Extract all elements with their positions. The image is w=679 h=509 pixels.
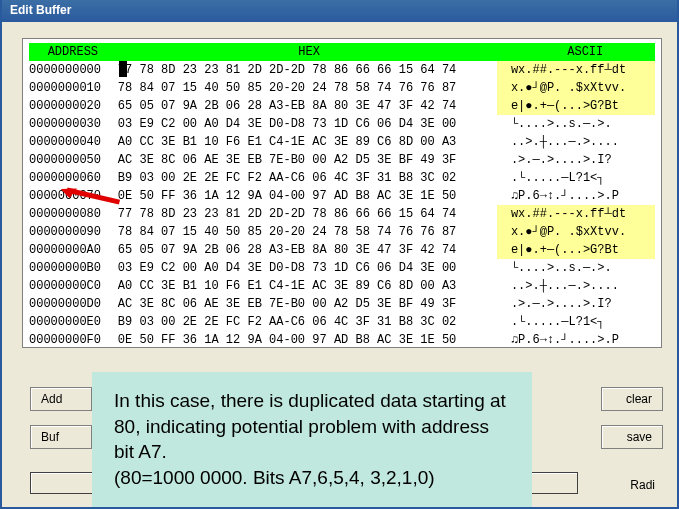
ascii-cell: ..>.┼...─.>....	[497, 277, 655, 295]
save-button[interactable]: save	[601, 425, 663, 449]
hex-row[interactable]: 00000000C0A0 CC 3E B1 10 F6 E1 C4-1E AC …	[29, 277, 655, 295]
ascii-cell: .└.....─L?1<┐	[497, 313, 655, 331]
text-cursor	[119, 61, 127, 77]
address-cell: 00000000C0	[29, 277, 118, 295]
edit-buffer-window: Edit Buffer ADDRESS HEX ASCII 0000000000…	[0, 0, 679, 509]
hex-cell[interactable]: 65 05 07 9A 2B 06 28 A3-EB 8A 80 3E 47 3…	[118, 97, 497, 115]
hex-row[interactable]: 00000000A065 05 07 9A 2B 06 28 A3-EB 8A …	[29, 241, 655, 259]
hex-cell[interactable]: A0 CC 3E B1 10 F6 E1 C4-1E AC 3E 89 C6 8…	[118, 133, 497, 151]
hex-row[interactable]: 00000000E0B9 03 00 2E 2E FC F2 AA-C6 06 …	[29, 313, 655, 331]
hex-row[interactable]: 00000000F00E 50 FF 36 1A 12 9A 04-00 97 …	[29, 331, 655, 349]
add-button[interactable]: Add	[30, 387, 92, 411]
ascii-cell: .>.─.>....>.I?	[497, 151, 655, 169]
ascii-cell: └....>..s.─.>.	[497, 259, 655, 277]
hex-editor[interactable]: ADDRESS HEX ASCII 000000000077 78 8D 23 …	[22, 38, 662, 348]
hex-cell[interactable]: AC 3E 8C 06 AE 3E EB 7E-B0 00 A2 D5 3E B…	[118, 151, 497, 169]
address-cell: 0000000080	[29, 205, 118, 223]
hex-cell[interactable]: 78 84 07 15 40 50 85 20-20 24 78 58 74 7…	[118, 79, 497, 97]
hex-row[interactable]: 000000009078 84 07 15 40 50 85 20-20 24 …	[29, 223, 655, 241]
hex-cell[interactable]: 77 78 8D 23 23 81 2D 2D-2D 78 86 66 66 1…	[118, 205, 497, 223]
hex-row[interactable]: 000000008077 78 8D 23 23 81 2D 2D-2D 78 …	[29, 205, 655, 223]
ascii-cell: ..>.┼...─.>....	[497, 133, 655, 151]
address-cell: 0000000040	[29, 133, 118, 151]
radix-label: Radi	[630, 478, 655, 492]
right-buttons: clear save	[601, 387, 663, 449]
header-row: ADDRESS HEX ASCII	[29, 43, 655, 61]
address-cell: 0000000070	[29, 187, 118, 205]
hex-cell[interactable]: 77 78 8D 23 23 81 2D 2D-2D 78 86 66 66 1…	[118, 61, 497, 79]
hex-cell[interactable]: 03 E9 C2 00 A0 D4 3E D0-D8 73 1D C6 06 D…	[118, 259, 497, 277]
address-cell: 0000000090	[29, 223, 118, 241]
hex-row[interactable]: 000000003003 E9 C2 00 A0 D4 3E D0-D8 73 …	[29, 115, 655, 133]
address-cell: 00000000B0	[29, 259, 118, 277]
address-cell: 00000000F0	[29, 331, 118, 349]
ascii-cell: └....>..s.─.>.	[497, 115, 655, 133]
hex-cell[interactable]: 0E 50 FF 36 1A 12 9A 04-00 97 AD B8 AC 3…	[118, 331, 497, 349]
client-area: ADDRESS HEX ASCII 000000000077 78 8D 23 …	[2, 22, 677, 358]
ascii-cell: ♫P.6→↕.┘....>.P	[497, 187, 655, 205]
address-cell: 0000000030	[29, 115, 118, 133]
annotation-callout: In this case, there is duplicated data s…	[92, 372, 532, 507]
address-cell: 00000000E0	[29, 313, 118, 331]
left-buttons: Add Buf	[30, 387, 92, 449]
hex-cell[interactable]: A0 CC 3E B1 10 F6 E1 C4-1E AC 3E 89 C6 8…	[118, 277, 497, 295]
address-cell: 00000000A0	[29, 241, 118, 259]
hex-row[interactable]: 0000000060B9 03 00 2E 2E FC F2 AA-C6 06 …	[29, 169, 655, 187]
hex-cell[interactable]: AC 3E 8C 06 AE 3E EB 7E-B0 00 A2 D5 3E B…	[118, 295, 497, 313]
ascii-cell: wx.##.---x.ff┴dt	[497, 61, 655, 79]
ascii-cell: ♫P.6→↕.┘....>.P	[497, 331, 655, 349]
address-cell: 0000000010	[29, 79, 118, 97]
address-cell: 0000000020	[29, 97, 118, 115]
clear-button[interactable]: clear	[601, 387, 663, 411]
ascii-cell: x.●┘@P. .$xXtvv.	[497, 79, 655, 97]
hex-row[interactable]: 00000000D0AC 3E 8C 06 AE 3E EB 7E-B0 00 …	[29, 295, 655, 313]
hex-cell[interactable]: 03 E9 C2 00 A0 D4 3E D0-D8 73 1D C6 06 D…	[118, 115, 497, 133]
address-cell: 0000000000	[29, 61, 118, 79]
hex-row[interactable]: 000000002065 05 07 9A 2B 06 28 A3-EB 8A …	[29, 97, 655, 115]
hex-cell[interactable]: B9 03 00 2E 2E FC F2 AA-C6 06 4C 3F 31 B…	[118, 313, 497, 331]
hex-cell[interactable]: 65 05 07 9A 2B 06 28 A3-EB 8A 80 3E 47 3…	[118, 241, 497, 259]
ascii-cell: .└.....─L?1<┐	[497, 169, 655, 187]
ascii-cell: x.●┘@P. .$xXtvv.	[497, 223, 655, 241]
header-ascii: ASCII	[515, 43, 655, 61]
buffer-button[interactable]: Buf	[30, 425, 92, 449]
window-title: Edit Buffer	[2, 0, 677, 22]
hex-row[interactable]: 00000000700E 50 FF 36 1A 12 9A 04-00 97 …	[29, 187, 655, 205]
ascii-cell: wx.##.---x.ff┴dt	[497, 205, 655, 223]
hex-row[interactable]: 0000000050AC 3E 8C 06 AE 3E EB 7E-B0 00 …	[29, 151, 655, 169]
ascii-cell: .>.─.>....>.I?	[497, 295, 655, 313]
hex-cell[interactable]: B9 03 00 2E 2E FC F2 AA-C6 06 4C 3F 31 B…	[118, 169, 497, 187]
ascii-cell: e|●.+─(...>G?Bt	[497, 97, 655, 115]
header-address: ADDRESS	[29, 43, 117, 61]
address-cell: 00000000D0	[29, 295, 118, 313]
address-cell: 0000000050	[29, 151, 118, 169]
ascii-cell: e|●.+─(...>G?Bt	[497, 241, 655, 259]
hex-cell[interactable]: 0E 50 FF 36 1A 12 9A 04-00 97 AD B8 AC 3…	[118, 187, 497, 205]
address-cell: 0000000060	[29, 169, 118, 187]
hex-row[interactable]: 000000001078 84 07 15 40 50 85 20-20 24 …	[29, 79, 655, 97]
hex-cell[interactable]: 78 84 07 15 40 50 85 20-20 24 78 58 74 7…	[118, 223, 497, 241]
hex-row[interactable]: 00000000B003 E9 C2 00 A0 D4 3E D0-D8 73 …	[29, 259, 655, 277]
header-hex: HEX	[117, 43, 502, 61]
hex-row[interactable]: 0000000040A0 CC 3E B1 10 F6 E1 C4-1E AC …	[29, 133, 655, 151]
hex-rows: 000000000077 78 8D 23 23 81 2D 2D-2D 78 …	[29, 61, 655, 349]
